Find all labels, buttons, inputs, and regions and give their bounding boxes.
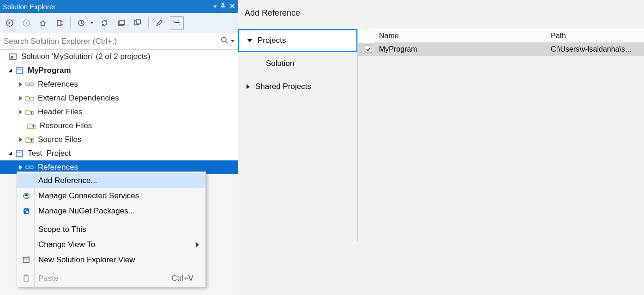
pin-icon[interactable] bbox=[220, 3, 226, 11]
project-icon: ++ bbox=[15, 66, 24, 75]
svg-rect-21 bbox=[26, 166, 29, 168]
menu-add-reference[interactable]: Add Reference... bbox=[17, 173, 205, 188]
context-menu: Add Reference... Manage Connected Servic… bbox=[17, 171, 206, 287]
nuget-icon bbox=[22, 206, 31, 216]
svg-rect-22 bbox=[30, 166, 33, 168]
expander-icon[interactable] bbox=[19, 110, 22, 114]
svg-rect-8 bbox=[175, 22, 180, 23]
svg-rect-28 bbox=[24, 276, 28, 281]
panel-options-dropdown-icon[interactable] bbox=[213, 6, 217, 8]
table-header: Name Path bbox=[358, 29, 644, 43]
solution-explorer-title: Solution Explorer bbox=[3, 3, 55, 11]
blank-icon bbox=[22, 240, 31, 249]
menu-scope-to-this[interactable]: Scope to This bbox=[17, 222, 205, 237]
home-button[interactable] bbox=[37, 17, 49, 29]
node-label: References bbox=[38, 80, 78, 89]
expander-icon[interactable] bbox=[19, 137, 22, 142]
menu-manage-nuget[interactable]: Manage NuGet Packages... bbox=[17, 203, 205, 218]
expander-icon[interactable] bbox=[19, 96, 22, 100]
svg-point-10 bbox=[178, 20, 179, 21]
collapse-all-button[interactable] bbox=[132, 17, 144, 29]
search-options-dropdown-icon[interactable] bbox=[231, 40, 235, 42]
expander-icon[interactable] bbox=[8, 152, 12, 155]
svg-text:++: ++ bbox=[17, 150, 21, 154]
category-projects[interactable]: Projects bbox=[238, 29, 357, 52]
new-view-icon bbox=[22, 255, 31, 265]
project-label: MyProgram bbox=[28, 66, 71, 75]
tree-project-test-project[interactable]: ++ Test_Project bbox=[0, 147, 238, 160]
svg-point-9 bbox=[174, 20, 175, 22]
row-checkbox[interactable] bbox=[365, 46, 372, 53]
expander-icon[interactable] bbox=[19, 82, 22, 87]
project-label: Test_Project bbox=[28, 149, 71, 158]
properties-button[interactable] bbox=[153, 17, 165, 29]
svg-point-11 bbox=[179, 24, 180, 25]
solution-explorer-pane: Solution Explorer bbox=[0, 0, 238, 295]
category-solution[interactable]: Solution bbox=[238, 52, 357, 75]
svg-point-26 bbox=[26, 211, 29, 213]
paste-icon bbox=[22, 274, 31, 283]
tree-node-references[interactable]: References bbox=[0, 77, 238, 91]
expander-icon[interactable] bbox=[19, 165, 22, 170]
folder-filter-icon bbox=[25, 135, 34, 144]
sync-button[interactable] bbox=[98, 17, 110, 29]
blank-icon bbox=[22, 225, 31, 234]
project-icon: ++ bbox=[15, 149, 24, 158]
close-icon[interactable] bbox=[229, 3, 235, 11]
svg-rect-2 bbox=[57, 20, 61, 26]
svg-text:++: ++ bbox=[17, 67, 21, 71]
forward-button[interactable] bbox=[20, 17, 32, 29]
node-label: Header Files bbox=[38, 107, 82, 117]
svg-point-0 bbox=[6, 20, 13, 26]
tree-project-myprogram[interactable]: ++ MyProgram bbox=[0, 64, 238, 77]
column-path[interactable]: Path bbox=[546, 29, 644, 43]
blank-icon bbox=[22, 176, 31, 185]
search-input[interactable] bbox=[4, 37, 221, 46]
node-label: References bbox=[38, 163, 78, 172]
menu-paste: Paste Ctrl+V bbox=[17, 271, 205, 286]
tree-node-resource-files[interactable]: Resource Files bbox=[0, 119, 238, 133]
references-icon bbox=[25, 80, 34, 89]
row-path: C:\Users\v-lsaldanha\s... bbox=[546, 45, 644, 53]
svg-rect-14 bbox=[11, 56, 13, 59]
svg-rect-24 bbox=[24, 208, 29, 214]
folder-filter-icon bbox=[27, 121, 36, 130]
dialog-title: Add Reference bbox=[238, 0, 644, 29]
svg-rect-18 bbox=[30, 83, 33, 85]
refresh-button[interactable] bbox=[115, 17, 127, 29]
connected-services-icon bbox=[22, 191, 31, 201]
search-icon[interactable] bbox=[221, 36, 229, 47]
references-icon bbox=[25, 163, 34, 172]
expander-icon[interactable] bbox=[8, 69, 12, 72]
menu-new-solution-explorer-view[interactable]: New Solution Explorer View bbox=[17, 252, 205, 267]
svg-point-25 bbox=[25, 209, 26, 211]
chevron-down-icon bbox=[247, 39, 252, 42]
switch-views-button[interactable] bbox=[54, 17, 66, 29]
svg-point-1 bbox=[23, 20, 30, 26]
tree-node-external-deps[interactable]: External Dependencies bbox=[0, 91, 238, 105]
tree-solution-root[interactable]: Solution 'MySolution' (2 of 2 projects) bbox=[0, 50, 238, 64]
svg-rect-5 bbox=[119, 20, 125, 24]
solution-explorer-titlebar[interactable]: Solution Explorer bbox=[0, 0, 238, 13]
tree-node-header-files[interactable]: Header Files bbox=[0, 105, 238, 119]
back-button[interactable] bbox=[4, 17, 16, 29]
pending-changes-filter-button[interactable] bbox=[75, 17, 87, 29]
svg-rect-17 bbox=[26, 83, 29, 85]
folder-filter-icon bbox=[25, 107, 34, 117]
chevron-right-icon bbox=[247, 84, 250, 89]
category-shared-projects[interactable]: Shared Projects bbox=[238, 75, 357, 98]
filter-dropdown-icon[interactable] bbox=[90, 22, 94, 24]
table-row[interactable]: MyProgram C:\Users\v-lsaldanha\s... bbox=[358, 43, 644, 56]
show-all-files-button[interactable] bbox=[170, 16, 184, 30]
node-label: External Dependencies bbox=[38, 94, 119, 103]
folder-link-icon bbox=[25, 94, 34, 103]
svg-rect-7 bbox=[136, 20, 140, 24]
solution-explorer-search[interactable] bbox=[0, 33, 238, 50]
column-name[interactable]: Name bbox=[374, 29, 546, 43]
tree-node-source-files[interactable]: Source Files bbox=[0, 133, 238, 147]
svg-rect-27 bbox=[23, 258, 29, 262]
row-name: MyProgram bbox=[374, 45, 546, 53]
node-label: Source Files bbox=[38, 135, 81, 144]
menu-manage-connected-services[interactable]: Manage Connected Services bbox=[17, 188, 205, 203]
menu-change-view-to[interactable]: Change View To bbox=[17, 237, 205, 252]
